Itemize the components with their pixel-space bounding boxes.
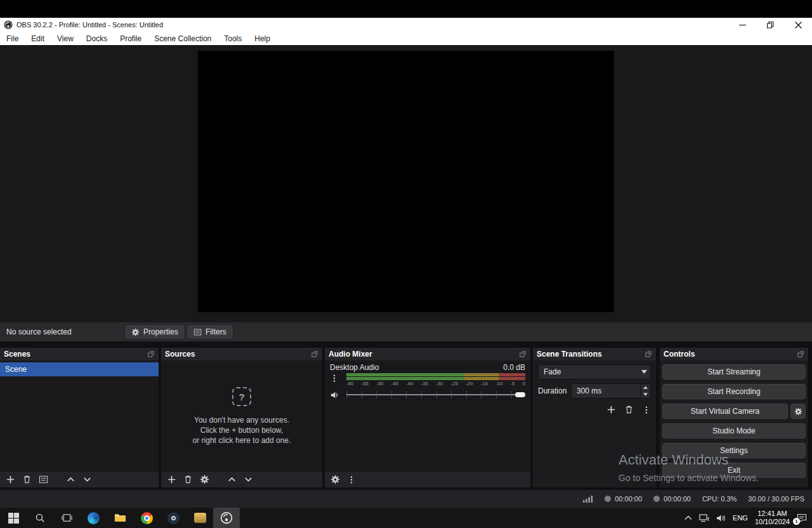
- channel-menu-icon[interactable]: [330, 374, 339, 383]
- source-properties-button[interactable]: [200, 475, 209, 484]
- move-scene-down-button[interactable]: [82, 475, 92, 484]
- menu-file[interactable]: File: [0, 32, 25, 45]
- scenes-list[interactable]: Scene: [0, 360, 159, 471]
- menubar: File Edit View Docks Profile Scene Colle…: [0, 32, 812, 45]
- taskbar-time: 12:41 AM: [755, 510, 790, 518]
- duration-label: Duration: [538, 386, 571, 395]
- restore-button[interactable]: [756, 18, 784, 32]
- move-source-up-button[interactable]: [227, 475, 237, 484]
- sources-list[interactable]: ? You don't have any sources. Click the …: [161, 360, 322, 471]
- top-black-strip: [0, 0, 812, 18]
- move-source-down-button[interactable]: [244, 475, 253, 484]
- preview-canvas[interactable]: [198, 51, 614, 312]
- transitions-dock-header: Scene Transitions: [533, 348, 656, 360]
- sources-empty-line: or right click here to add one.: [161, 435, 322, 446]
- menu-view[interactable]: View: [51, 32, 80, 45]
- start-streaming-button[interactable]: Start Streaming: [662, 364, 806, 380]
- volume-meter-right: [346, 377, 525, 380]
- add-scene-button[interactable]: [6, 475, 15, 484]
- volume-meter-left: [346, 373, 525, 376]
- menu-help[interactable]: Help: [248, 32, 277, 45]
- audio-mixer-dock-header: Audio Mixer: [325, 348, 530, 360]
- transition-select[interactable]: Fade: [538, 364, 651, 380]
- taskbar: ENG 12:41 AM 10/10/2024 1: [0, 508, 812, 528]
- taskbar-clock[interactable]: 12:41 AM 10/10/2024: [755, 510, 790, 526]
- sources-empty-line: You don't have any sources.: [161, 415, 322, 425]
- remove-scene-button[interactable]: [22, 475, 32, 484]
- scene-list-item[interactable]: Scene: [0, 362, 159, 376]
- action-center-icon[interactable]: 1: [797, 513, 807, 523]
- start-virtual-camera-button[interactable]: Start Virtual Camera: [662, 404, 788, 419]
- sources-dock-title: Sources: [165, 350, 195, 359]
- record-indicator-icon: [605, 496, 611, 502]
- popout-icon[interactable]: [311, 350, 318, 358]
- move-scene-up-button[interactable]: [66, 475, 75, 484]
- properties-button[interactable]: Properties: [124, 324, 185, 340]
- add-source-button[interactable]: [167, 475, 176, 484]
- filters-button[interactable]: Filters: [187, 324, 233, 340]
- advanced-audio-button[interactable]: [331, 475, 340, 484]
- status-bar: 00:00:00 00:00:00 CPU: 0.3% 30.00 / 30.0…: [0, 490, 812, 508]
- window-controls: [728, 18, 812, 32]
- chrome-icon[interactable]: [133, 508, 160, 528]
- spinner-down-button[interactable]: [641, 391, 650, 398]
- tray-network-icon[interactable]: [699, 514, 709, 522]
- spinner-up-button[interactable]: [641, 384, 650, 391]
- controls-dock: Controls Start Streaming Start Recording…: [660, 348, 808, 487]
- volume-slider-handle[interactable]: [515, 392, 525, 397]
- scenes-toolbar: [0, 471, 159, 487]
- scene-filters-button[interactable]: [39, 475, 48, 484]
- task-view-icon[interactable]: [53, 508, 80, 528]
- transition-selected: Fade: [539, 367, 638, 376]
- menu-docks[interactable]: Docks: [80, 32, 114, 45]
- notification-badge: 1: [793, 518, 800, 525]
- file-explorer-icon[interactable]: [107, 508, 133, 528]
- add-transition-button[interactable]: [606, 405, 616, 414]
- controls-dock-header: Controls: [660, 348, 808, 360]
- speaker-icon[interactable]: [330, 390, 339, 400]
- remove-transition-button[interactable]: [624, 405, 634, 414]
- fps-counter: 30.00 / 30.00 FPS: [748, 495, 804, 503]
- gear-icon: [131, 328, 140, 336]
- start-button[interactable]: [0, 508, 27, 528]
- stream-indicator-icon: [653, 496, 660, 502]
- screen: OBS 30.2.2 - Profile: Untitled - Scenes:…: [0, 0, 812, 528]
- menu-scene-collection[interactable]: Scene Collection: [148, 32, 218, 45]
- duration-spinner[interactable]: 300 ms: [571, 383, 651, 399]
- taskbar-app-icon-amber[interactable]: [187, 508, 213, 528]
- menu-tools[interactable]: Tools: [218, 32, 248, 45]
- settings-button[interactable]: Settings: [662, 443, 806, 458]
- transition-properties-menu-icon[interactable]: [642, 406, 651, 414]
- remove-source-button[interactable]: [183, 475, 193, 484]
- tray-volume-icon[interactable]: [716, 514, 726, 522]
- virtual-camera-config-button[interactable]: [790, 404, 806, 419]
- controls-dock-title: Controls: [664, 350, 695, 359]
- scenes-dock-header: Scenes: [0, 348, 159, 360]
- minimize-button[interactable]: [728, 18, 756, 32]
- tray-chevron-up-icon[interactable]: [684, 515, 692, 520]
- menu-edit[interactable]: Edit: [25, 32, 51, 45]
- obs-taskbar-icon[interactable]: [213, 508, 240, 528]
- close-button[interactable]: [784, 18, 812, 32]
- controls-body: Start Streaming Start Recording Start Vi…: [660, 360, 808, 487]
- studio-mode-button[interactable]: Studio Mode: [662, 423, 806, 439]
- volume-slider[interactable]: [346, 391, 525, 399]
- taskbar-app-icon-dark[interactable]: [160, 508, 187, 528]
- titlebar: OBS 30.2.2 - Profile: Untitled - Scenes:…: [0, 18, 812, 32]
- start-recording-button[interactable]: Start Recording: [662, 384, 806, 399]
- taskbar-search-icon[interactable]: [27, 508, 53, 528]
- popout-icon[interactable]: [147, 350, 155, 358]
- popout-icon[interactable]: [519, 350, 527, 358]
- popout-icon[interactable]: [645, 350, 652, 358]
- transitions-body: Fade Duration 300 ms: [533, 360, 656, 487]
- edge-icon[interactable]: [80, 508, 107, 528]
- language-indicator[interactable]: ENG: [733, 514, 748, 522]
- popout-icon[interactable]: [797, 350, 804, 358]
- exit-button[interactable]: Exit: [662, 463, 806, 478]
- spinner-arrows: [640, 384, 650, 398]
- sources-dock: Sources ? You don't have any sources. Cl…: [161, 348, 322, 487]
- audio-channel-name: Desktop Audio: [330, 363, 379, 372]
- menu-profile[interactable]: Profile: [114, 32, 148, 45]
- mixer-menu-icon[interactable]: [347, 475, 356, 484]
- transition-buttons-row: [538, 405, 651, 414]
